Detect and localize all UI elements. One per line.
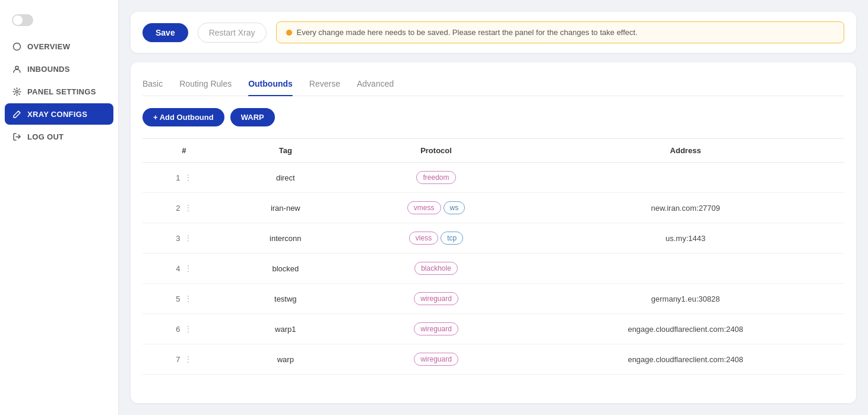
col-header-num: #	[142, 139, 226, 163]
row-num-cell: 4⋮	[142, 254, 226, 284]
main-content: Save Restart Xray Every change made here…	[119, 0, 868, 415]
top-bar: Save Restart Xray Every change made here…	[131, 12, 856, 53]
sidebar-item-panel-settings[interactable]: PANEL SETTINGS	[5, 81, 113, 102]
table-row: 5⋮testwgwireguardgermany1.eu:30828	[142, 284, 844, 314]
theme-toggle[interactable]	[12, 14, 33, 26]
badge-tcp: tcp	[441, 232, 463, 245]
table-row: 1⋮directfreedom	[142, 163, 844, 193]
outbounds-table: # Tag Protocol Address 1⋮directfreedom2⋮…	[142, 138, 844, 375]
row-tag-cell: iran-new	[226, 193, 346, 223]
row-tag-cell: interconn	[226, 223, 346, 254]
row-address-cell: engage.cloudflareclient.com:2408	[527, 344, 844, 375]
sidebar-item-logout[interactable]: LOG OUT	[5, 126, 113, 147]
row-num-cell: 7⋮	[142, 344, 226, 375]
badge-wireguard: wireguard	[414, 353, 458, 366]
row-num-cell: 1⋮	[142, 163, 226, 193]
row-num-cell: 3⋮	[142, 223, 226, 254]
sidebar: OVERVIEW INBOUNDS PANEL SETTINGS XRAY CO…	[0, 0, 119, 415]
row-address-cell: germany1.eu:30828	[527, 284, 844, 314]
outbounds-table-wrapper: # Tag Protocol Address 1⋮directfreedom2⋮…	[142, 138, 844, 375]
row-tag-cell: direct	[226, 163, 346, 193]
tabs-bar: Basic Routing Rules Outbounds Reverse Ad…	[142, 74, 844, 96]
logout-icon	[12, 132, 21, 141]
row-tag-cell: testwg	[226, 284, 346, 314]
gear-icon	[12, 87, 21, 96]
row-protocol-cell: wireguard	[346, 284, 527, 314]
tab-outbounds[interactable]: Outbounds	[248, 74, 293, 96]
svg-point-2	[15, 90, 18, 93]
table-row: 6⋮warp1wireguardengage.cloudflareclient.…	[142, 314, 844, 344]
badge-vless: vless	[409, 232, 438, 245]
table-header-row: # Tag Protocol Address	[142, 139, 844, 163]
row-protocol-cell: freedom	[346, 163, 527, 193]
edit-icon	[12, 109, 21, 119]
badge-wireguard: wireguard	[414, 292, 458, 305]
tab-reverse[interactable]: Reverse	[309, 74, 340, 96]
table-row: 2⋮iran-newvmesswsnew.iran.com:27709	[142, 193, 844, 223]
badge-ws: ws	[443, 201, 465, 214]
drag-handle-icon[interactable]: ⋮	[184, 294, 192, 303]
alert-dot-icon	[286, 30, 292, 36]
user-icon	[12, 64, 21, 74]
row-tag-cell: warp1	[226, 314, 346, 344]
badge-wireguard: wireguard	[414, 322, 458, 335]
badge-vmess: vmess	[407, 201, 441, 214]
col-header-protocol: Protocol	[346, 139, 527, 163]
alert-banner: Every change made here needs to be saved…	[276, 21, 844, 43]
sidebar-item-overview[interactable]: OVERVIEW	[5, 36, 113, 57]
sidebar-item-xray-configs[interactable]: XRAY CONFIGS	[5, 103, 113, 125]
content-card: Basic Routing Rules Outbounds Reverse Ad…	[131, 62, 856, 403]
drag-handle-icon[interactable]: ⋮	[184, 203, 192, 213]
row-num-cell: 6⋮	[142, 314, 226, 344]
row-num-cell: 5⋮	[142, 284, 226, 314]
warp-button[interactable]: WARP	[230, 108, 275, 126]
row-address-cell: new.iran.com:27709	[527, 193, 844, 223]
sidebar-item-inbounds[interactable]: INBOUNDS	[5, 58, 113, 80]
row-protocol-cell: blackhole	[346, 254, 527, 284]
svg-point-0	[13, 43, 20, 50]
drag-handle-icon[interactable]: ⋮	[184, 324, 192, 334]
drag-handle-icon[interactable]: ⋮	[184, 233, 192, 243]
row-address-cell: us.my:1443	[527, 223, 844, 254]
tab-advanced[interactable]: Advanced	[357, 74, 394, 96]
row-address-cell: engage.cloudflareclient.com:2408	[527, 314, 844, 344]
row-protocol-cell: vmessws	[346, 193, 527, 223]
row-protocol-cell: vlesstcp	[346, 223, 527, 254]
table-actions: + Add Outbound WARP	[142, 108, 844, 126]
col-header-address: Address	[527, 139, 844, 163]
restart-xray-button[interactable]: Restart Xray	[198, 23, 267, 43]
badge-freedom: freedom	[416, 171, 455, 184]
table-row: 3⋮interconnvlesstcpus.my:1443	[142, 223, 844, 254]
tab-routing-rules[interactable]: Routing Rules	[179, 74, 232, 96]
circle-icon	[12, 42, 21, 51]
sidebar-nav: OVERVIEW INBOUNDS PANEL SETTINGS XRAY CO…	[0, 36, 118, 147]
row-address-cell	[527, 163, 844, 193]
drag-handle-icon[interactable]: ⋮	[184, 354, 192, 364]
sidebar-toggle-area	[0, 9, 118, 36]
row-protocol-cell: wireguard	[346, 344, 527, 375]
row-num-cell: 2⋮	[142, 193, 226, 223]
svg-point-1	[15, 66, 18, 69]
add-outbound-button[interactable]: + Add Outbound	[142, 108, 224, 126]
col-header-tag: Tag	[226, 139, 346, 163]
badge-blackhole: blackhole	[414, 262, 458, 275]
save-button[interactable]: Save	[142, 23, 188, 42]
drag-handle-icon[interactable]: ⋮	[184, 264, 192, 273]
drag-handle-icon[interactable]: ⋮	[184, 173, 192, 182]
row-address-cell	[527, 254, 844, 284]
row-tag-cell: blocked	[226, 254, 346, 284]
row-protocol-cell: wireguard	[346, 314, 527, 344]
table-row: 7⋮warpwireguardengage.cloudflareclient.c…	[142, 344, 844, 375]
tab-basic[interactable]: Basic	[142, 74, 163, 96]
table-row: 4⋮blockedblackhole	[142, 254, 844, 284]
row-tag-cell: warp	[226, 344, 346, 375]
